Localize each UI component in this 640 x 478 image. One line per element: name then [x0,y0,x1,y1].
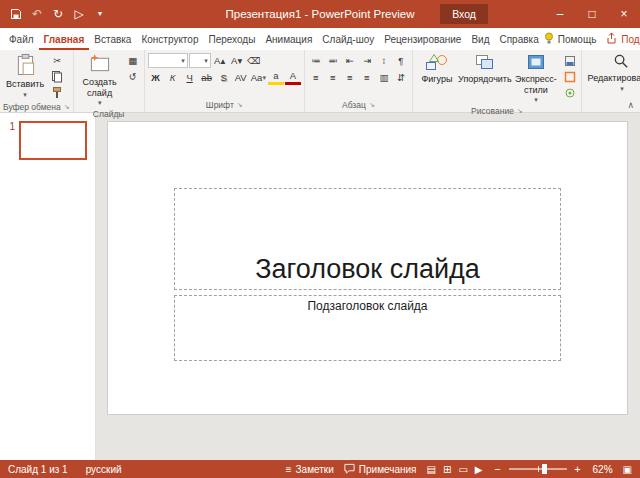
minimize-button[interactable]: – [544,0,576,28]
text-shadow-icon[interactable]: S [216,70,232,85]
redo-icon[interactable]: ↻ [48,2,68,26]
tellme-button[interactable]: Помощь [544,32,597,46]
customize-qat-icon[interactable]: ▾ [90,2,110,26]
reset-slide-icon[interactable]: ↺ [125,69,141,84]
zoom-level[interactable]: 62% [593,464,613,475]
quick-styles-label: Экспресс-стили [515,74,557,95]
slide-layout-icon[interactable]: ▦ [125,53,141,68]
editing-label: Редактирование [588,73,640,83]
cut-icon[interactable]: ✂ [49,53,65,68]
tab-file[interactable]: Файл [4,28,39,50]
new-slide-icon [88,53,111,76]
sign-in-button[interactable]: Вход [440,4,488,24]
collapse-ribbon-icon[interactable]: ∧ [627,100,634,110]
comment-icon [344,463,355,476]
paste-button[interactable]: Вставить ▾ [3,52,47,100]
new-slide-caret-icon: ▾ [98,99,102,106]
slide-editing-surface: Заголовок слайда Подзаголовок слайда [108,122,627,414]
line-spacing-icon[interactable]: ↕ [376,53,392,68]
underline-icon[interactable]: Ч [182,70,198,85]
group-clipboard: Вставить ▾ ✂ Буфер обмена ↘ [0,50,74,112]
paste-caret-icon: ▾ [23,91,27,98]
paragraph-dialog-launcher-icon[interactable]: ↘ [369,101,375,109]
tab-review[interactable]: Рецензирование [379,28,466,50]
zoom-slider[interactable] [509,468,567,470]
numbering-icon[interactable]: ≕ [325,53,341,68]
comments-toggle[interactable]: Примечания [344,463,417,476]
start-presentation-icon[interactable]: ▷ [69,2,89,26]
font-name-combobox[interactable]: ▾ [148,53,188,68]
clear-formatting-icon[interactable]: ⌫ [246,53,262,68]
tab-home[interactable]: Главная [39,28,90,50]
smartart-convert-icon[interactable]: ⇵ [393,70,409,85]
align-left-icon[interactable]: ≡ [308,70,324,85]
content-area: 1 Заголовок слайда Подзаголовок слайда [0,113,640,460]
group-font: ▾ ▾ А▴ А▾ ⌫ Ж К Ч ab S AV Аа▾ а [145,50,305,112]
font-color-icon[interactable]: А [285,70,301,85]
undo-icon[interactable]: ↶ [27,2,47,26]
font-dialog-launcher-icon[interactable]: ↘ [237,101,243,109]
slideshow-view-icon[interactable]: ▶ [475,464,483,475]
zoom-controls: − + [493,463,583,475]
justify-icon[interactable]: ≡ [359,70,375,85]
close-button[interactable]: × [608,0,640,28]
bullets-icon[interactable]: ≔ [308,53,324,68]
zoom-out-icon[interactable]: − [493,463,503,475]
change-case-icon[interactable]: Аа▾ [250,70,267,85]
tab-transitions[interactable]: Переходы [203,28,260,50]
align-center-icon[interactable]: ≡ [325,70,341,85]
text-direction-icon[interactable]: ¶ [393,53,409,68]
subtitle-placeholder[interactable]: Подзаголовок слайда [174,295,561,361]
editing-button[interactable]: Редактирование ▾ [585,52,640,98]
slide-1-thumbnail[interactable] [19,121,87,160]
drawing-small-buttons [562,52,578,104]
save-icon[interactable] [6,2,26,26]
maximize-button[interactable]: □ [576,0,608,28]
title-placeholder-text: Заголовок слайда [255,254,480,285]
share-button[interactable]: Поделиться [606,32,640,46]
strikethrough-icon[interactable]: ab [199,70,215,85]
titlebar-right: Вход – □ × [440,0,640,28]
zoom-in-icon[interactable]: + [573,463,583,475]
tab-view[interactable]: Вид [466,28,494,50]
tab-animations[interactable]: Анимация [260,28,317,50]
increase-indent-icon[interactable]: ⇥ [359,53,375,68]
shapes-button[interactable]: Фигуры [416,52,458,104]
language-indicator[interactable]: русский [86,464,122,475]
format-painter-icon[interactable] [49,85,65,100]
bold-icon[interactable]: Ж [148,70,164,85]
quick-styles-button[interactable]: Экспресс-стили ▾ [512,52,560,104]
zoom-slider-thumb[interactable] [542,464,547,474]
ribbon: Вставить ▾ ✂ Буфер обмена ↘ [0,50,640,113]
normal-view-icon[interactable]: ▤ [427,464,436,475]
highlight-color-icon[interactable]: а [268,70,284,85]
clipboard-dialog-launcher-icon[interactable]: ↘ [64,103,70,111]
editing-icon [613,53,630,72]
reading-view-icon[interactable]: ▭ [458,464,467,475]
align-right-icon[interactable]: ≡ [342,70,358,85]
shape-effects-icon[interactable] [562,85,578,100]
shape-outline-icon[interactable] [562,69,578,84]
columns-icon[interactable]: ▥ [376,70,392,85]
copy-icon[interactable] [49,69,65,84]
tab-insert[interactable]: Вставка [89,28,136,50]
editing-caret-icon: ▾ [620,85,624,92]
shape-fill-icon[interactable] [562,53,578,68]
arrange-button[interactable]: Упорядочить [460,52,510,104]
font-size-combobox[interactable]: ▾ [189,53,211,68]
grow-font-icon[interactable]: А▴ [212,53,228,68]
slide-sorter-view-icon[interactable]: ⊞ [443,464,451,475]
new-slide-button[interactable]: Создать слайд ▾ [77,52,123,107]
tab-slideshow[interactable]: Слайд-шоу [317,28,379,50]
shrink-font-icon[interactable]: А▾ [229,53,245,68]
tab-design[interactable]: Конструктор [136,28,203,50]
title-placeholder[interactable]: Заголовок слайда [174,188,561,290]
italic-icon[interactable]: К [165,70,181,85]
character-spacing-icon[interactable]: AV [233,70,249,85]
shapes-icon [425,53,449,73]
notes-toggle[interactable]: ≡ Заметки [286,464,334,475]
fit-slide-to-window-icon[interactable]: ▣ [623,464,632,475]
tab-help[interactable]: Справка [494,28,543,50]
decrease-indent-icon[interactable]: ⇤ [342,53,358,68]
notes-icon: ≡ [286,464,292,475]
